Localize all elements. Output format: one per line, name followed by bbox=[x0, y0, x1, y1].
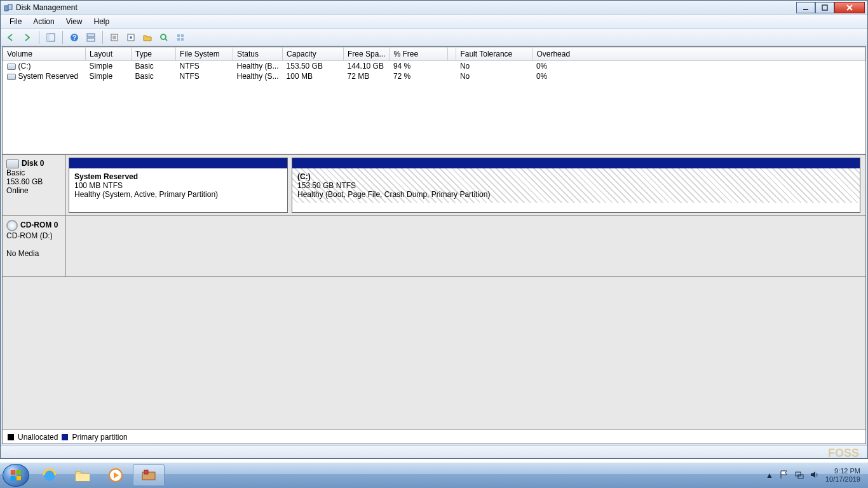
partition[interactable]: (C:)153.50 GB NTFSHealthy (Boot, Page Fi… bbox=[292, 158, 860, 213]
volume-icon bbox=[7, 64, 16, 70]
partition[interactable]: System Reserved100 MB NTFSHealthy (Syste… bbox=[69, 158, 288, 213]
svg-rect-15 bbox=[181, 34, 184, 37]
taskbar-media-player[interactable] bbox=[100, 464, 132, 486]
svg-rect-26 bbox=[144, 470, 148, 474]
legend-swatch-unallocated bbox=[8, 434, 14, 440]
legend-swatch-primary bbox=[62, 434, 68, 440]
menu-view[interactable]: View bbox=[61, 16, 88, 27]
more-actions-button[interactable] bbox=[174, 31, 187, 44]
table-row[interactable]: System ReservedSimpleBasicNTFSHealthy (S… bbox=[3, 71, 865, 81]
disk-row[interactable]: Disk 0Basic153.60 GBOnline System Reserv… bbox=[3, 155, 865, 216]
column-header[interactable]: Layout bbox=[86, 48, 132, 61]
svg-rect-8 bbox=[87, 34, 95, 37]
maximize-button[interactable] bbox=[815, 2, 834, 13]
help-button[interactable]: ? bbox=[68, 31, 81, 44]
content-area: VolumeLayoutTypeFile SystemStatusCapacit… bbox=[2, 46, 866, 444]
svg-rect-21 bbox=[17, 476, 21, 480]
start-button[interactable] bbox=[3, 464, 29, 487]
action-button[interactable] bbox=[125, 31, 137, 44]
column-header[interactable]: Status bbox=[233, 48, 283, 61]
partition-stripe bbox=[292, 158, 860, 168]
column-header[interactable]: Free Spa... bbox=[344, 48, 390, 61]
menubar: File Action View Help bbox=[1, 15, 867, 29]
taskbar-explorer[interactable] bbox=[67, 464, 98, 486]
disk-header[interactable]: Disk 0Basic153.60 GBOnline bbox=[3, 155, 66, 215]
svg-rect-14 bbox=[177, 34, 180, 37]
window-title: Disk Management bbox=[16, 3, 78, 12]
svg-rect-3 bbox=[822, 5, 827, 10]
taskbar-ie[interactable] bbox=[34, 464, 65, 486]
show-hidden-icons[interactable]: ▲ bbox=[766, 471, 773, 480]
cdrom-icon bbox=[6, 220, 18, 231]
settings-button[interactable] bbox=[108, 31, 121, 44]
statusbar bbox=[1, 445, 867, 458]
close-button[interactable] bbox=[834, 2, 865, 13]
legend-primary-label: Primary partition bbox=[72, 433, 127, 442]
column-header[interactable]: Volume bbox=[3, 48, 86, 61]
svg-rect-1 bbox=[8, 4, 12, 10]
system-tray[interactable]: ▲ 9:12 PM 10/17/2019 bbox=[766, 467, 865, 484]
svg-rect-17 bbox=[181, 38, 184, 41]
toggle-top-button[interactable] bbox=[85, 31, 97, 44]
svg-rect-5 bbox=[47, 34, 50, 41]
column-header[interactable]: Type bbox=[132, 48, 176, 61]
volume-icon[interactable] bbox=[810, 470, 819, 481]
svg-rect-0 bbox=[4, 6, 8, 11]
column-header[interactable]: Capacity bbox=[283, 48, 344, 61]
forward-button[interactable] bbox=[21, 31, 34, 44]
disk-management-window: Disk Management File Action View Help ? bbox=[0, 0, 868, 459]
minimize-button[interactable] bbox=[796, 2, 815, 13]
back-button[interactable] bbox=[4, 31, 17, 44]
rescan-button[interactable] bbox=[158, 31, 170, 44]
table-row[interactable]: (C:)SimpleBasicNTFSHealthy (B...153.50 G… bbox=[3, 61, 865, 72]
legend-unallocated-label: Unallocated bbox=[18, 433, 58, 442]
open-folder-button[interactable] bbox=[141, 31, 154, 44]
svg-rect-9 bbox=[87, 38, 95, 41]
show-hide-tree-button[interactable] bbox=[44, 31, 57, 44]
svg-rect-16 bbox=[177, 38, 180, 41]
svg-rect-23 bbox=[76, 474, 90, 481]
svg-text:?: ? bbox=[72, 34, 76, 41]
svg-rect-18 bbox=[11, 470, 15, 475]
titlebar[interactable]: Disk Management bbox=[1, 1, 867, 15]
svg-rect-19 bbox=[17, 470, 21, 475]
menu-help[interactable]: Help bbox=[89, 16, 115, 27]
column-header[interactable]: % Free bbox=[390, 48, 448, 61]
svg-point-12 bbox=[130, 36, 132, 39]
app-icon bbox=[3, 3, 13, 13]
svg-rect-20 bbox=[11, 476, 15, 480]
svg-point-13 bbox=[161, 34, 166, 39]
legend: Unallocated Primary partition bbox=[3, 430, 865, 444]
taskbar-disk-mgmt[interactable] bbox=[133, 464, 165, 486]
menu-file[interactable]: File bbox=[4, 16, 27, 27]
menu-action[interactable]: Action bbox=[28, 16, 59, 27]
disk-row[interactable]: CD-ROM 0CD-ROM (D:)No Media bbox=[3, 216, 865, 277]
column-header[interactable]: Overhead bbox=[532, 48, 865, 61]
disk-header[interactable]: CD-ROM 0CD-ROM (D:)No Media bbox=[3, 216, 66, 276]
volume-list[interactable]: VolumeLayoutTypeFile SystemStatusCapacit… bbox=[3, 47, 865, 155]
partition-area bbox=[66, 216, 865, 276]
partition-stripe bbox=[69, 158, 287, 168]
svg-rect-2 bbox=[803, 9, 808, 10]
network-icon[interactable] bbox=[795, 470, 804, 481]
taskbar[interactable]: ▲ 9:12 PM 10/17/2019 bbox=[0, 463, 868, 488]
column-header[interactable]: File System bbox=[176, 48, 233, 61]
toolbar: ? bbox=[1, 29, 867, 46]
flag-icon[interactable] bbox=[780, 470, 789, 481]
partition-area: System Reserved100 MB NTFSHealthy (Syste… bbox=[66, 155, 865, 215]
column-header[interactable] bbox=[448, 48, 456, 61]
taskbar-clock[interactable]: 9:12 PM 10/17/2019 bbox=[825, 467, 860, 484]
column-header[interactable]: Fault Tolerance bbox=[456, 48, 532, 61]
volume-icon bbox=[7, 74, 16, 80]
disk-icon bbox=[6, 159, 19, 168]
graphical-view[interactable]: Disk 0Basic153.60 GBOnline System Reserv… bbox=[3, 155, 865, 430]
